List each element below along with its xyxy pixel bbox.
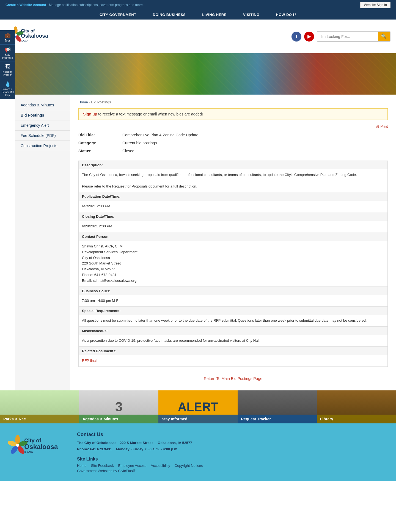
quick-link-water-sewer[interactable]: 💧 Water & Sewer Bill Pay xyxy=(0,79,15,99)
close-date-content: 6/28/2021 2:00 PM xyxy=(79,221,387,232)
bid-status-row: Status: Closed xyxy=(78,147,388,155)
sign-in-button[interactable]: Website Sign In xyxy=(360,2,391,8)
bid-category-label: Category: xyxy=(78,141,122,145)
quick-link-jobs[interactable]: 💼 Jobs xyxy=(0,30,15,45)
description-text2: Please refer to the Request for Proposal… xyxy=(82,184,384,189)
footer-tile-parks[interactable]: Parks & Rec xyxy=(0,390,79,423)
misc-content: As a precaution due to COVID-19, protect… xyxy=(79,335,387,346)
facebook-link[interactable]: f xyxy=(292,32,301,42)
contact-phone: Phone: 641-673-9431 xyxy=(82,272,384,278)
header: City of Oskaloosa IOWA f ▶ 🔍 xyxy=(0,20,396,53)
nav-city-government[interactable]: CITY GOVERNMENT xyxy=(91,10,145,20)
description-content: The City of Oskaloosa, Iowa is seeking p… xyxy=(79,169,387,192)
svg-text:Oskaloosa: Oskaloosa xyxy=(24,443,58,450)
breadcrumb: Home › Bid Postings xyxy=(78,100,388,104)
footer-site-links: Site Links Home Site Feedback Employee A… xyxy=(77,457,388,473)
account-desc: - Manage notification subscriptions, sav… xyxy=(47,3,144,7)
site-links-row: Home Site Feedback Employee Access Acces… xyxy=(77,463,388,468)
print-link[interactable]: Print xyxy=(376,124,388,128)
building-permits-label: Building Permits xyxy=(3,70,13,76)
misc-header: Miscellaneous: xyxy=(79,327,387,335)
contact-row: Contact Person: Shawn Christ, AICP, CFM … xyxy=(79,232,387,287)
nav-living-here[interactable]: LIVING HERE xyxy=(194,10,235,20)
building-permits-icon: 🏗 xyxy=(1,64,14,70)
quick-link-building-permits[interactable]: 🏗 Building Permits xyxy=(0,62,15,79)
stay-informed-label: Stay Informed xyxy=(2,53,13,59)
hours-header: Business Hours: xyxy=(79,287,387,295)
contact-header: Contact Person: xyxy=(79,232,387,241)
footer-hours: Monday - Friday 7:30 a.m. - 4:00 p.m. xyxy=(116,447,178,451)
sidebar-item-emergency-alert[interactable]: Emergency Alert xyxy=(15,120,70,131)
breadcrumb-current: Bid Postings xyxy=(91,100,111,104)
site-link-home[interactable]: Home xyxy=(77,464,87,468)
pub-date-header: Publication Date/Time: xyxy=(79,192,387,201)
bid-title-label: Bid Title: xyxy=(78,133,122,137)
bid-title-value: Comprehensive Plan & Zoning Code Update xyxy=(122,133,198,137)
header-right: f ▶ 🔍 xyxy=(292,31,391,42)
description-row: Description: The City of Oskaloosa, Iowa… xyxy=(79,161,387,192)
footer-library-label: Library xyxy=(317,415,396,423)
svg-text:IOWA: IOWA xyxy=(24,450,33,454)
water-sewer-label: Water & Sewer Bill Pay xyxy=(1,88,13,97)
footer-tile-library[interactable]: Library xyxy=(317,390,396,423)
create-account-link[interactable]: Create a Website Account xyxy=(6,3,46,7)
site-link-feedback[interactable]: Site Feedback xyxy=(91,464,114,468)
misc-row: Miscellaneous: As a precaution due to CO… xyxy=(79,327,387,347)
footer-logo: City of Oskaloosa IOWA xyxy=(8,432,69,473)
site-link-accessibility[interactable]: Accessibility xyxy=(151,464,170,468)
site-link-copyright[interactable]: Copyright Notices xyxy=(175,464,203,468)
content-wrapper: Agendas & Minutes Bid Postings Emergency… xyxy=(15,95,396,390)
youtube-link[interactable]: ▶ xyxy=(304,32,314,42)
search-input[interactable] xyxy=(317,32,378,41)
water-sewer-icon: 💧 xyxy=(1,81,14,87)
sidebar-item-fee-schedule[interactable]: Fee Schedule (PDF) xyxy=(15,131,70,141)
footer-alert-label: Stay Informed xyxy=(158,415,238,423)
site-link-employee[interactable]: Employee Access xyxy=(118,464,147,468)
contact-city: Oskaloosa, IA 52577 xyxy=(82,266,384,272)
contact-title: Contact Us xyxy=(77,432,388,437)
contact-addr: 220 South Market Street xyxy=(82,261,384,266)
contact-name: Shawn Christ, AICP, CFM xyxy=(82,244,384,249)
search-bar: 🔍 xyxy=(317,31,391,42)
sidebar-item-construction[interactable]: Construction Projects xyxy=(15,141,70,151)
return-link[interactable]: Return To Main Bid Postings Page xyxy=(204,376,262,381)
footer-request-label: Request Tracker xyxy=(238,415,317,423)
signup-link[interactable]: Sign up xyxy=(83,112,97,116)
svg-text:City of: City of xyxy=(21,29,35,33)
stay-informed-icon: 📢 xyxy=(1,47,14,53)
nav-how-do-i[interactable]: HOW DO I? xyxy=(268,10,305,20)
top-bar: Create a Website Account - Manage notifi… xyxy=(0,0,396,10)
contact-phone-hours: Phone: 641.673.9431 Monday - Friday 7:30… xyxy=(77,446,388,452)
rfp-link[interactable]: RFP final xyxy=(82,359,97,363)
footer-agendas-label: Agendas & Minutes xyxy=(79,415,158,423)
footer-tile-request[interactable]: Request Tracker xyxy=(238,390,317,423)
main-navigation: CITY GOVERNMENT DOING BUSINESS LIVING HE… xyxy=(0,10,396,20)
print-bar: Print xyxy=(78,124,388,128)
related-docs-row: Related Documents: RFP final xyxy=(79,347,387,366)
close-date-header: Closing Date/Time: xyxy=(79,212,387,221)
search-button[interactable]: 🔍 xyxy=(378,32,390,41)
alert-big-text: ALERT xyxy=(178,401,218,413)
footer-tile-alert[interactable]: ALERT Stay Informed xyxy=(158,390,238,423)
quick-link-stay-informed[interactable]: 📢 Stay Informed xyxy=(0,45,15,62)
contact-org: The City of Oskaloosa: xyxy=(77,441,116,445)
bid-details-section: Description: The City of Oskaloosa, Iowa… xyxy=(78,161,388,367)
breadcrumb-home[interactable]: Home xyxy=(78,100,88,104)
related-docs-content: RFP final xyxy=(79,355,387,366)
sidebar-item-bid-postings[interactable]: Bid Postings xyxy=(15,110,70,120)
contact-org: City of Oskaloosa xyxy=(82,255,384,261)
nav-visiting[interactable]: VISITING xyxy=(235,10,268,20)
description-text1: The City of Oskaloosa, Iowa is seeking p… xyxy=(82,172,384,178)
sidebar-item-agendas[interactable]: Agendas & Minutes xyxy=(15,100,70,110)
nav-doing-business[interactable]: DOING BUSINESS xyxy=(145,10,194,20)
svg-text:IOWA: IOWA xyxy=(21,39,28,42)
site-links-title: Site Links xyxy=(77,457,388,462)
bid-info-table: Bid Title: Comprehensive Plan & Zoning C… xyxy=(78,131,388,155)
sidebar-nav: Agendas & Minutes Bid Postings Emergency… xyxy=(15,95,70,390)
footer-tile-agendas[interactable]: 3 Agendas & Minutes xyxy=(79,390,158,423)
contact-address-line: The City of Oskaloosa: 220 S Market Stre… xyxy=(77,440,388,446)
jobs-label: Jobs xyxy=(5,39,10,42)
signup-alert-box: Sign up to receive a text message or ema… xyxy=(78,108,388,120)
footer-phone: Phone: 641.673.9431 xyxy=(77,447,112,451)
footer-contact-section: Contact Us The City of Oskaloosa: 220 S … xyxy=(77,432,388,473)
